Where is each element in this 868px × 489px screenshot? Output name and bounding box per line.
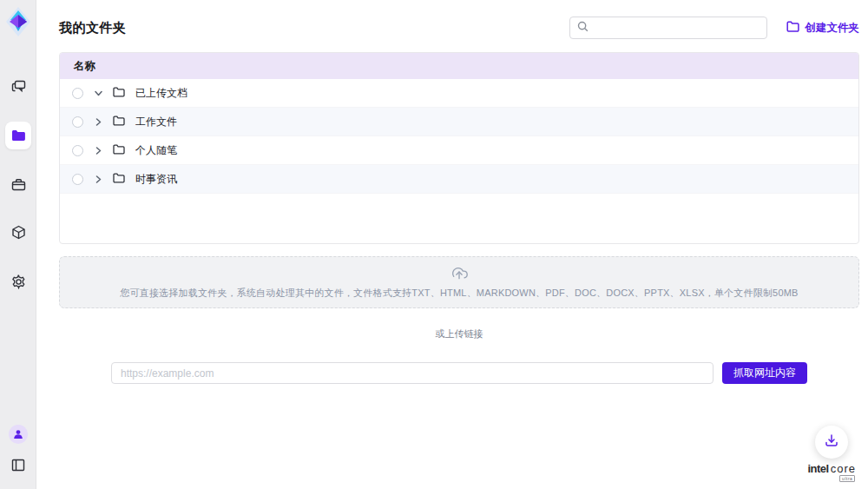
- chevron-right-icon[interactable]: [94, 117, 102, 126]
- folder-outline-icon: [113, 173, 125, 186]
- corner-widgets: intel core ultra: [807, 426, 856, 482]
- url-input[interactable]: [111, 362, 713, 384]
- sidebar-item-plugins[interactable]: [5, 219, 31, 247]
- folder-name: 已上传文档: [135, 86, 187, 101]
- folder-filled-icon: [11, 129, 26, 142]
- search-box: [569, 17, 767, 39]
- sidebar-item-folders[interactable]: [5, 122, 31, 149]
- app-logo-gem-icon[interactable]: [6, 7, 30, 36]
- sidebar-item-workspace[interactable]: [5, 170, 31, 198]
- upload-link-divider: 或上传链接: [59, 327, 859, 340]
- folder-outline-icon: [113, 144, 125, 157]
- page-title: 我的文件夹: [59, 20, 127, 36]
- folder-name: 时事资讯: [135, 172, 177, 187]
- main-content: 我的文件夹 创建文件夹 名称: [36, 0, 868, 489]
- download-icon: [825, 433, 838, 451]
- table-row[interactable]: 已上传文档: [60, 79, 858, 108]
- folder-name: 工作文件: [135, 115, 177, 129]
- intel-core-logo: intel core: [807, 462, 856, 475]
- url-upload-row: 抓取网址内容: [59, 362, 859, 384]
- intel-wordmark: intel: [807, 462, 828, 475]
- row-checkbox[interactable]: [72, 116, 83, 128]
- topbar: 我的文件夹 创建文件夹: [59, 16, 859, 40]
- cloud-upload-icon: [450, 265, 469, 283]
- briefcase-icon: [11, 178, 26, 191]
- folder-name: 个人随笔: [135, 143, 177, 158]
- table-header: 名称: [60, 53, 858, 79]
- user-avatar[interactable]: [9, 425, 28, 444]
- fetch-url-button[interactable]: 抓取网址内容: [722, 362, 807, 384]
- sidebar-bottom: [0, 425, 36, 475]
- chat-icon: [11, 80, 26, 94]
- cube-icon: [11, 225, 26, 241]
- row-checkbox[interactable]: [72, 174, 83, 185]
- create-folder-button[interactable]: 创建文件夹: [786, 21, 860, 36]
- table-row[interactable]: 个人随笔: [60, 136, 858, 165]
- row-checkbox[interactable]: [72, 145, 83, 156]
- sidebar-item-settings[interactable]: [5, 268, 31, 295]
- sidebar-nav: [0, 73, 36, 295]
- sidebar: [0, 0, 36, 489]
- core-wordmark: core: [831, 462, 856, 475]
- chevron-right-icon[interactable]: [94, 175, 102, 183]
- gear-icon: [11, 274, 26, 289]
- upload-hint: 您可直接选择加载文件夹，系统自动处理其中的文件，文件格式支持TXT、HTML、M…: [120, 287, 798, 300]
- sidebar-item-chat[interactable]: [5, 73, 31, 101]
- ultra-badge: ultra: [839, 475, 855, 482]
- row-checkbox[interactable]: [72, 88, 83, 99]
- create-folder-label: 创建文件夹: [806, 21, 860, 36]
- name-column-header: 名称: [74, 59, 95, 74]
- folder-plus-icon: [786, 21, 799, 35]
- table-row[interactable]: 工作文件: [60, 108, 858, 136]
- folder-outline-icon: [113, 87, 125, 100]
- download-button[interactable]: [815, 426, 848, 459]
- panel-toggle-icon[interactable]: [5, 454, 31, 475]
- chevron-down-icon[interactable]: [94, 89, 102, 97]
- upload-dropzone[interactable]: 您可直接选择加载文件夹，系统自动处理其中的文件，文件格式支持TXT、HTML、M…: [59, 256, 859, 308]
- folder-outline-icon: [113, 116, 125, 129]
- chevron-right-icon[interactable]: [94, 146, 102, 155]
- search-icon: [577, 20, 589, 36]
- search-input[interactable]: [594, 22, 760, 34]
- folder-table: 名称 已上传文档 工作文件: [59, 52, 859, 244]
- table-row[interactable]: 时事资讯: [60, 165, 858, 194]
